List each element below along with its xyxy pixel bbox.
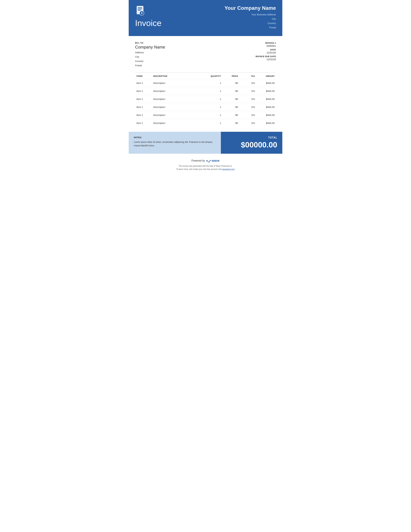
col-header-items: ITEMS [135, 73, 152, 79]
powered-by-section: Powered by wave This invoice was generat… [129, 154, 282, 173]
cell-amount-3: $000.00 [256, 103, 276, 111]
cell-desc-3: Description [152, 103, 203, 111]
total-amount: $00000.00 [241, 140, 277, 149]
svg-text:$: $ [141, 12, 143, 14]
bill-company-name: Company Name [135, 45, 256, 50]
cell-desc-1: Description [152, 87, 203, 95]
footer-section: NOTES: Lorem ipsum dolor sit amet, conse… [129, 132, 282, 154]
company-name: Your Company Name [224, 5, 276, 11]
table-header-row: ITEMS DESCRIPTION QUANTITY PRICE TAX AMO… [135, 73, 276, 79]
invoice-number-label: INVOICE # [265, 42, 276, 44]
date-label-row: DATE [256, 48, 276, 51]
wave-icon [206, 159, 211, 162]
bill-to-label: BILL TO: [135, 42, 256, 44]
powered-by-row: Powered by wave [135, 159, 276, 162]
cell-tax-3: 0% [239, 103, 256, 111]
cell-item-3: Item 1 [135, 103, 152, 111]
cell-qty-5: 1 [203, 119, 222, 127]
table-row: Item 1 Description 1 $0 0% $000.00 [135, 79, 276, 87]
table-row: Item 1 Description 1 $0 0% $000.00 [135, 95, 276, 103]
powered-by-text: Powered by [191, 159, 205, 162]
invoice-logo-icon: $ [135, 5, 146, 16]
cell-price-0: $0 [223, 79, 239, 87]
wave-brand-text: wave [212, 159, 220, 162]
waveapps-link[interactable]: waveapps.com [222, 168, 235, 170]
footer-sub-text: This invoice was generated with the help… [135, 164, 276, 171]
notes-box: NOTES: Lorem ipsum dolor sit amet, conse… [129, 132, 221, 154]
business-address: Your Business Address [224, 12, 276, 17]
cell-item-0: Item 1 [135, 79, 152, 87]
wave-logo: wave [206, 159, 220, 162]
cell-amount-5: $000.00 [256, 119, 276, 127]
svg-rect-1 [138, 7, 142, 8]
cell-amount-4: $000.00 [256, 111, 276, 119]
bill-postal: Postal [135, 63, 256, 67]
due-date-label: INVOICE DUE DATE [256, 55, 276, 58]
svg-rect-3 [138, 10, 141, 10]
header-country: Country [224, 21, 276, 25]
header-postal: Postal [224, 25, 276, 30]
bill-city: City [135, 55, 256, 59]
bill-section: BILL TO: Company Name Address City Count… [129, 36, 282, 71]
header-right: Your Company Name Your Business Address … [224, 5, 276, 30]
invoice-number-value: 0000001 [263, 45, 276, 47]
notes-text: Lorem ipsum dolor sit amet, consectetur … [134, 140, 216, 147]
table-row: Item 1 Description 1 $0 0% $000.00 [135, 111, 276, 119]
cell-tax-5: 0% [239, 119, 256, 127]
date-value-row: 12/31/20 [256, 51, 276, 54]
invoice-title: Invoice [135, 19, 161, 27]
date-value: 12/31/20 [263, 51, 276, 54]
bill-to-block: BILL TO: Company Name Address City Count… [135, 42, 256, 67]
cell-qty-4: 1 [203, 111, 222, 119]
total-box: TOTAL $00000.00 [221, 132, 282, 154]
cell-qty-0: 1 [203, 79, 222, 87]
due-date-value-row: 12/31/20 [256, 58, 276, 61]
cell-tax-4: 0% [239, 111, 256, 119]
table-row: Item 1 Description 1 $0 0% $000.00 [135, 103, 276, 111]
col-header-tax: TAX [239, 73, 256, 79]
cell-price-2: $0 [223, 95, 239, 103]
col-header-quantity: QUANTITY [203, 73, 222, 79]
cell-item-1: Item 1 [135, 87, 152, 95]
cell-desc-2: Description [152, 95, 203, 103]
cell-qty-3: 1 [203, 103, 222, 111]
cell-qty-2: 1 [203, 95, 222, 103]
cell-price-1: $0 [223, 87, 239, 95]
header-left: $ Invoice [135, 5, 161, 27]
date-label: DATE [270, 48, 276, 51]
items-table: ITEMS DESCRIPTION QUANTITY PRICE TAX AMO… [135, 73, 276, 127]
col-header-description: DESCRIPTION [152, 73, 203, 79]
bill-country: Country [135, 59, 256, 63]
cell-item-4: Item 1 [135, 111, 152, 119]
cell-item-2: Item 1 [135, 95, 152, 103]
cell-amount-0: $000.00 [256, 79, 276, 87]
col-header-amount: AMOUNT [256, 73, 276, 79]
invoice-meta-block: INVOICE # 0000001 DATE 12/31/20 INVOICE … [256, 42, 276, 61]
invoice-header: $ Invoice Your Company Name Your Busines… [129, 0, 282, 36]
due-date-value: 12/31/20 [263, 58, 276, 61]
svg-rect-2 [138, 9, 142, 9]
cell-amount-1: $000.00 [256, 87, 276, 95]
due-date-label-row: INVOICE DUE DATE [256, 55, 276, 58]
notes-label: NOTES: [134, 136, 216, 139]
cell-desc-5: Description [152, 119, 203, 127]
cell-price-5: $0 [223, 119, 239, 127]
bill-address: Address [135, 50, 256, 55]
cell-tax-2: 0% [239, 95, 256, 103]
cell-qty-1: 1 [203, 87, 222, 95]
cell-tax-1: 0% [239, 87, 256, 95]
cell-desc-4: Description [152, 111, 203, 119]
header-city: City [224, 17, 276, 21]
cell-desc-0: Description [152, 79, 203, 87]
total-label: TOTAL [268, 136, 277, 139]
col-header-price: PRICE [223, 73, 239, 79]
table-row: Item 1 Description 1 $0 0% $000.00 [135, 119, 276, 127]
table-row: Item 1 Description 1 $0 0% $000.00 [135, 87, 276, 95]
invoice-number-value-row: 0000001 [256, 45, 276, 47]
cell-tax-0: 0% [239, 79, 256, 87]
cell-price-4: $0 [223, 111, 239, 119]
invoice-number-row: INVOICE # [256, 42, 276, 44]
cell-item-5: Item 1 [135, 119, 152, 127]
cell-amount-2: $000.00 [256, 95, 276, 103]
cell-price-3: $0 [223, 103, 239, 111]
